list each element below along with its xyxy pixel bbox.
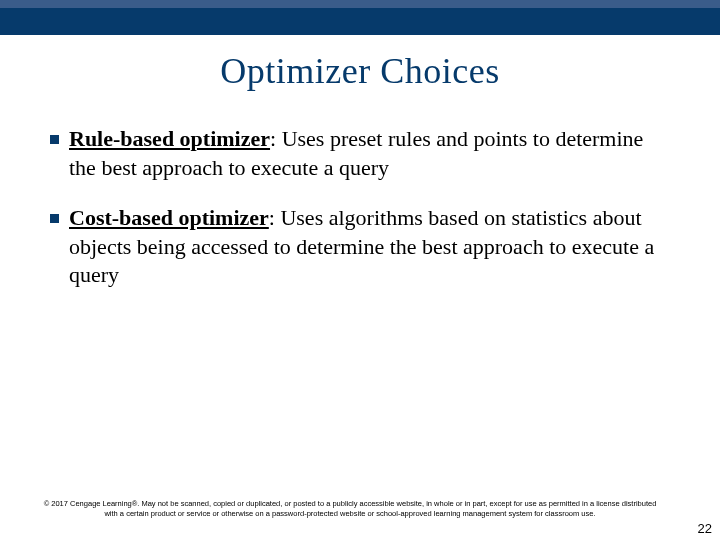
term: Rule-based optimizer — [69, 126, 270, 151]
bullet-square-icon — [50, 135, 59, 144]
page-number: 22 — [698, 521, 712, 536]
header-band-dark — [0, 8, 720, 35]
bullet-text: Rule-based optimizer: Uses preset rules … — [69, 125, 660, 182]
page-title: Optimizer Choices — [0, 50, 720, 92]
header-band-light — [0, 0, 720, 8]
list-item: Rule-based optimizer: Uses preset rules … — [50, 125, 660, 182]
content-area: Rule-based optimizer: Uses preset rules … — [50, 125, 660, 312]
slide: Optimizer Choices Rule-based optimizer: … — [0, 0, 720, 540]
list-item: Cost-based optimizer: Uses algorithms ba… — [50, 204, 660, 290]
bullet-square-icon — [50, 214, 59, 223]
term: Cost-based optimizer — [69, 205, 269, 230]
copyright-fineprint: © 2017 Cengage Learning®. May not be sca… — [40, 499, 660, 518]
bullet-text: Cost-based optimizer: Uses algorithms ba… — [69, 204, 660, 290]
